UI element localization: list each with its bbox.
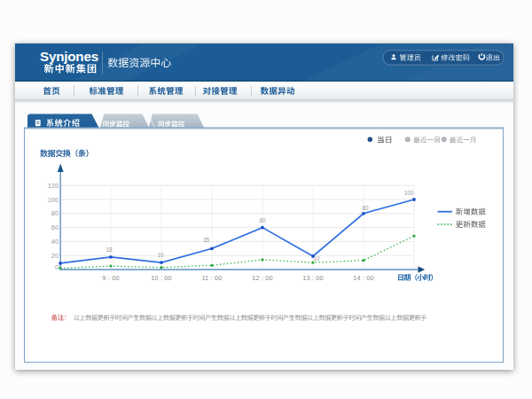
svg-text:14 : 00: 14 : 00 [353,274,374,282]
svg-text:60: 60 [51,223,59,231]
svg-text:0: 0 [55,263,59,271]
svg-text:20: 20 [51,252,59,260]
svg-text:40: 40 [51,238,59,246]
svg-text:120: 120 [48,182,59,190]
svg-text:13 : 00: 13 : 00 [302,274,324,282]
svg-text:100: 100 [48,196,59,204]
svg-text:80: 80 [51,209,59,217]
svg-text:35: 35 [203,237,210,243]
svg-text:100: 100 [404,190,414,196]
svg-text:10: 10 [313,255,320,262]
svg-text:12 : 00: 12 : 00 [252,274,273,282]
svg-text:60: 60 [259,217,266,223]
svg-text:80: 80 [362,205,369,211]
svg-text:10 : 00: 10 : 00 [151,274,172,282]
svg-text:11 : 00: 11 : 00 [201,274,222,282]
svg-text:9 : 00: 9 : 00 [102,274,119,282]
svg-text:10: 10 [157,252,164,258]
svg-text:Synjones: Synjones [40,49,98,64]
svg-text:18: 18 [106,246,113,253]
